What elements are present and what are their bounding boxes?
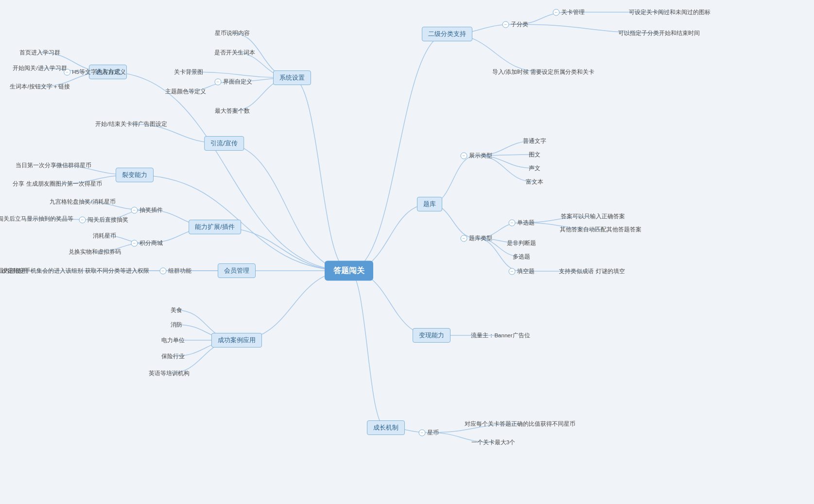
cat-sub: −子分类 [502,21,528,28]
qt-s1: 答案可以只输入正确答案 [561,213,625,220]
ability-shop: −积分商城 [131,240,163,247]
flow-1: 开始/结束关卡得广告图设定 [95,121,167,128]
case-1: 美食 [171,307,182,314]
qt-multi: 多选题 [513,253,530,261]
qbank-type: −题库类型 [461,235,492,242]
qt-single: −单选题 [509,219,535,226]
qt-fill: −填空题 [509,268,535,275]
qbank-display: −展示类型 [461,152,492,159]
ability-lottery: −抽奖插件 [131,207,163,214]
qd-4: 富文本 [526,178,543,186]
sys-2: 是否开关生词本 [214,49,255,56]
sys-bg: 关卡背景图 [174,69,203,76]
branch-cases: 成功案例应用 [211,333,262,348]
branch-member: 会员管理 [218,263,256,278]
as-2: 兑换实物和虚拟券码 [69,248,121,256]
branch-category: 二级分类支持 [422,27,472,41]
member-inner: 企业内部使用 [0,267,27,275]
mon-1: 流量主：Banner广告位 [471,332,530,339]
branch-monetize: 变现能力 [413,328,450,343]
branch-system: 系统设置 [273,70,311,85]
sys-1: 星币说明内容 [215,30,250,37]
cat-card: −关卡管理 [553,9,585,16]
branch-growth: 成长机制 [367,420,405,435]
center-node: 答题闯关 [325,261,373,281]
case-5: 英语等培训机构 [149,370,190,377]
al-1: 九宫格轮盘抽奖/消耗星币 [50,198,115,206]
mindmap-container: 答题闯关系统设置星币说明内容是否开关生词本关卡背景图−界面自定义主题颜色等定义最… [0,0,814,504]
cat-time: 可以指定子分类开始和结束时间 [618,30,700,37]
gs-1: 对应每个关卡答题正确的比值获得不同星币 [465,420,575,428]
fission-1: 当日第一次分享微信群得星币 [16,162,91,169]
cat-import: 导入/添加时候 需要设定所属分类和关卡 [492,69,594,76]
qd-2: 图文 [529,151,540,158]
branch-qbank: 题库 [417,197,442,211]
entry-2a: 开始阅关/进入学习群 [13,65,67,72]
qt-s2: 其他答案自动匹配其他答题答案 [560,226,641,233]
member-group: −组群功能 [160,267,191,275]
case-3: 电力单位 [161,337,185,344]
entry-2: −H5等文字内容自定义 [64,69,126,76]
gs-2: 一个关卡最大3个 [471,439,515,446]
case-4: 保险行业 [161,353,185,360]
al-2-1: 直接在闯关后立马显示抽到的奖品等 [0,215,73,223]
branch-fission: 裂变能力 [116,168,154,182]
sys-ui: −界面自定义 [215,78,252,86]
qt-f1: 支持类似成语 灯谜的填空 [559,268,624,275]
qd-1: 普通文字 [523,138,546,145]
growth-star: −星币 [419,429,439,436]
branch-flow: 引流/宣传 [204,136,244,151]
sys-max: 最大答案个数 [215,107,250,115]
sys-ui-1: 主题颜色等定义 [165,88,206,95]
branch-ability: 能力扩展/插件 [189,220,241,234]
entry-3: 生词本/按钮文字＋链接 [10,83,69,90]
qt-judge: 是非判断题 [507,240,536,247]
fission-2: 分享 生成朋友圈图片第一次得星币 [13,180,102,188]
as-1: 消耗星币 [93,232,116,240]
cat-c1: 可设定关卡阅过和未阅过的图标 [629,9,710,16]
case-2: 消防 [171,321,182,329]
al-2: −闯关后直接抽奖 [79,216,128,224]
entry-1: 首页进入学习群 [19,49,60,56]
qd-3: 声文 [529,165,540,172]
